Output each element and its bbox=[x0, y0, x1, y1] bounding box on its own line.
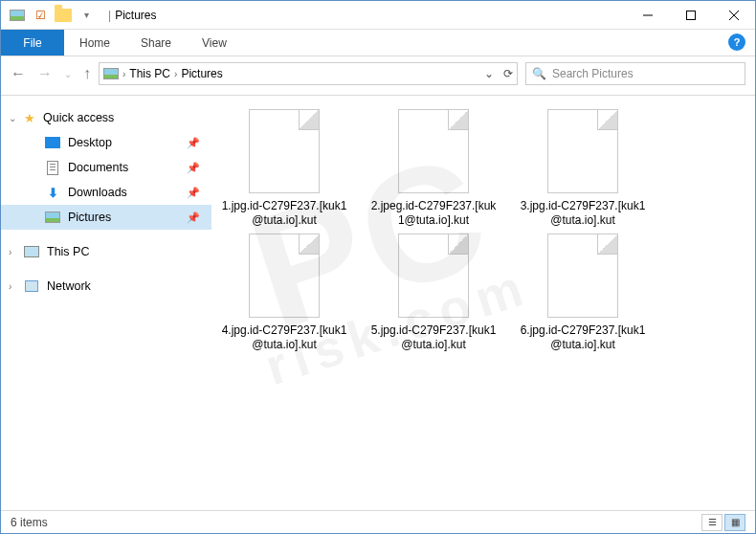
file-name: 5.jpg.id-C279F237.[kuk1@tuta.io].kut bbox=[370, 323, 497, 352]
file-name: 3.jpg.id-C279F237.[kuk1@tuta.io].kut bbox=[520, 199, 646, 228]
file-item[interactable]: 2.jpeg.id-C279F237.[kuk1@tuta.io].kut bbox=[370, 109, 497, 228]
sidebar-item-label: Documents bbox=[68, 161, 128, 174]
up-button[interactable]: ↑ bbox=[83, 65, 91, 82]
unknown-file-icon bbox=[398, 234, 469, 318]
download-icon: ⬇ bbox=[45, 185, 60, 200]
qat-dropdown-icon[interactable]: ▾ bbox=[76, 5, 97, 26]
sidebar-item-desktop[interactable]: Desktop 📌 bbox=[1, 130, 211, 155]
tab-home[interactable]: Home bbox=[64, 30, 125, 56]
view-toggle: ☰ ▦ bbox=[701, 514, 745, 531]
forward-button[interactable]: → bbox=[37, 65, 53, 82]
sidebar-item-pictures[interactable]: Pictures 📌 bbox=[1, 205, 211, 230]
caret-right-icon[interactable]: › bbox=[9, 247, 11, 257]
file-item[interactable]: 1.jpg.id-C279F237.[kuk1@tuta.io].kut bbox=[221, 109, 347, 228]
file-name: 4.jpg.id-C279F237.[kuk1@tuta.io].kut bbox=[221, 323, 347, 352]
breadcrumb-pictures[interactable]: Pictures bbox=[181, 67, 222, 80]
help-button[interactable]: ? bbox=[728, 33, 745, 51]
star-icon: ★ bbox=[24, 111, 35, 125]
chevron-right-icon[interactable]: › bbox=[174, 69, 177, 79]
tab-view[interactable]: View bbox=[187, 30, 242, 56]
sidebar-item-label: Quick access bbox=[43, 111, 114, 124]
caret-right-icon[interactable]: › bbox=[9, 281, 11, 292]
qat-folder-icon[interactable] bbox=[53, 5, 74, 26]
ribbon: File Home Share View ? bbox=[1, 30, 755, 56]
unknown-file-icon bbox=[249, 109, 320, 193]
details-view-button[interactable]: ☰ bbox=[701, 514, 723, 531]
quick-access-toolbar: ☑ ▾ bbox=[1, 5, 97, 26]
address-bar[interactable]: › This PC › Pictures ⌄ ⟳ bbox=[99, 62, 518, 85]
address-pictures-icon bbox=[103, 66, 119, 81]
file-item[interactable]: 6.jpg.id-C279F237.[kuk1@tuta.io].kut bbox=[520, 234, 646, 352]
document-icon bbox=[45, 160, 60, 175]
svg-rect-1 bbox=[686, 11, 695, 19]
desktop-icon bbox=[45, 135, 60, 150]
pc-icon bbox=[24, 244, 39, 259]
main-area: ⌄ ★ Quick access Desktop 📌 Documents 📌 ⬇… bbox=[1, 96, 755, 512]
caret-down-icon[interactable]: ⌄ bbox=[9, 113, 16, 123]
qat-checkbox-icon[interactable]: ☑ bbox=[30, 5, 51, 26]
recent-locations-button[interactable]: ⌄ bbox=[64, 69, 72, 79]
unknown-file-icon bbox=[547, 234, 618, 318]
file-name: 1.jpg.id-C279F237.[kuk1@tuta.io].kut bbox=[221, 199, 347, 228]
file-list[interactable]: 1.jpg.id-C279F237.[kuk1@tuta.io].kut 2.j… bbox=[211, 96, 755, 512]
file-item[interactable]: 3.jpg.id-C279F237.[kuk1@tuta.io].kut bbox=[520, 109, 646, 228]
search-icon: 🔍 bbox=[532, 67, 546, 80]
sidebar-item-documents[interactable]: Documents 📌 bbox=[1, 155, 211, 180]
file-item[interactable]: 5.jpg.id-C279F237.[kuk1@tuta.io].kut bbox=[370, 234, 497, 352]
unknown-file-icon bbox=[398, 109, 469, 193]
item-count: 6 items bbox=[11, 516, 48, 529]
refresh-button[interactable]: ⟳ bbox=[503, 67, 513, 80]
navigation-pane: ⌄ ★ Quick access Desktop 📌 Documents 📌 ⬇… bbox=[1, 96, 211, 512]
search-box[interactable]: 🔍 Search Pictures bbox=[525, 62, 745, 85]
network-icon bbox=[24, 278, 39, 294]
navigation-bar: ← → ⌄ ↑ › This PC › Pictures ⌄ ⟳ 🔍 Searc… bbox=[1, 56, 755, 91]
minimize-button[interactable] bbox=[626, 1, 669, 29]
status-bar: 6 items ☰ ▦ bbox=[1, 510, 755, 533]
pin-icon: 📌 bbox=[187, 162, 200, 174]
back-button[interactable]: ← bbox=[11, 65, 26, 82]
sidebar-network[interactable]: › Network bbox=[1, 274, 211, 299]
window-titlebar: ☑ ▾ | Pictures bbox=[1, 1, 755, 30]
unknown-file-icon bbox=[249, 234, 320, 318]
file-name: 2.jpeg.id-C279F237.[kuk1@tuta.io].kut bbox=[370, 199, 497, 228]
unknown-file-icon bbox=[547, 109, 618, 193]
explorer-app-icon[interactable] bbox=[7, 5, 28, 26]
breadcrumb-this-pc[interactable]: This PC bbox=[129, 67, 170, 80]
sidebar-item-label: Network bbox=[47, 279, 91, 293]
pin-icon: 📌 bbox=[187, 137, 200, 149]
sidebar-item-label: This PC bbox=[47, 245, 89, 258]
close-button[interactable] bbox=[712, 1, 755, 29]
sidebar-item-downloads[interactable]: ⬇ Downloads 📌 bbox=[1, 180, 211, 205]
history-dropdown-icon[interactable]: ⌄ bbox=[484, 67, 494, 80]
pictures-icon bbox=[45, 210, 60, 225]
maximize-button[interactable] bbox=[669, 1, 712, 29]
sidebar-this-pc[interactable]: › This PC bbox=[1, 239, 211, 264]
breadcrumb-label: Pictures bbox=[181, 67, 222, 80]
nav-arrows: ← → ⌄ ↑ bbox=[11, 65, 91, 82]
chevron-right-icon[interactable]: › bbox=[122, 69, 125, 79]
sidebar-quick-access[interactable]: ⌄ ★ Quick access bbox=[1, 105, 211, 130]
breadcrumb-label: This PC bbox=[129, 67, 170, 80]
window-controls bbox=[626, 1, 755, 29]
sidebar-item-label: Downloads bbox=[68, 186, 127, 199]
pin-icon: 📌 bbox=[187, 187, 200, 199]
search-placeholder: Search Pictures bbox=[552, 67, 634, 80]
file-tab[interactable]: File bbox=[1, 30, 64, 56]
icons-view-button[interactable]: ▦ bbox=[724, 514, 745, 531]
file-item[interactable]: 4.jpg.id-C279F237.[kuk1@tuta.io].kut bbox=[221, 234, 347, 352]
tab-share[interactable]: Share bbox=[125, 30, 187, 56]
pin-icon: 📌 bbox=[187, 211, 200, 224]
sidebar-item-label: Desktop bbox=[68, 136, 112, 149]
window-title-text: Pictures bbox=[115, 9, 156, 22]
file-name: 6.jpg.id-C279F237.[kuk1@tuta.io].kut bbox=[520, 323, 646, 352]
window-title: | Pictures bbox=[104, 9, 156, 22]
sidebar-item-label: Pictures bbox=[68, 211, 111, 224]
